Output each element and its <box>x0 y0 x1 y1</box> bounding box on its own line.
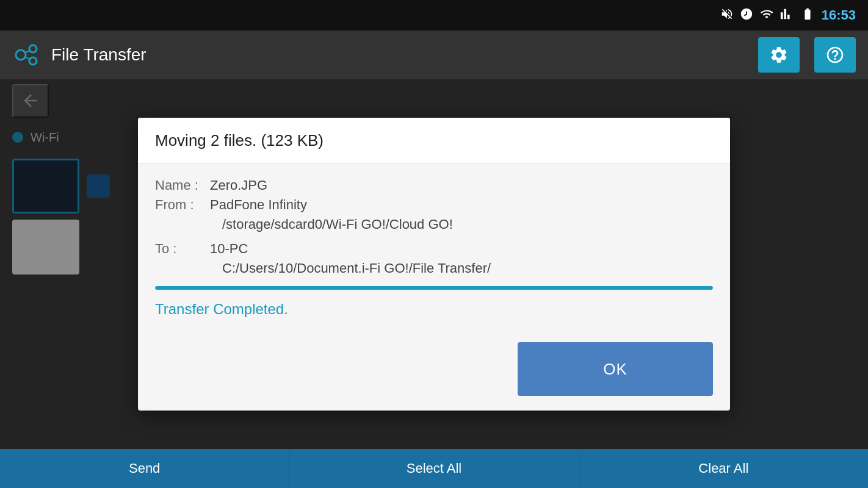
wifi-icon <box>759 7 774 24</box>
dialog-name-label: Name : <box>155 178 210 193</box>
app-logo-icon <box>12 40 42 70</box>
svg-point-0 <box>16 50 26 60</box>
status-icons: 16:53 <box>720 7 856 24</box>
dialog-name-value: Zero.JPG <box>210 178 267 193</box>
dialog-progress-bar <box>155 286 713 290</box>
dialog-from-value: PadFone Infinity <box>210 197 307 213</box>
signal-icon <box>780 7 794 24</box>
status-bar: 16:53 <box>0 0 868 30</box>
transfer-dialog: Moving 2 files. (123 KB) Name : Zero.JPG… <box>138 118 730 411</box>
settings-button[interactable] <box>758 37 800 73</box>
dialog-name-row: Name : Zero.JPG <box>155 178 713 193</box>
dialog-to-path: C:/Users/10/Document.i-Fi GO!/File Trans… <box>222 260 713 276</box>
dialog-footer: OK <box>138 342 730 411</box>
dialog-to-label: To : <box>155 241 210 257</box>
app-title: File Transfer <box>51 45 743 65</box>
battery-icon <box>800 7 816 24</box>
help-button[interactable] <box>814 37 856 73</box>
dialog-overlay: Moving 2 files. (123 KB) Name : Zero.JPG… <box>0 79 868 449</box>
svg-point-1 <box>29 45 37 52</box>
mute-icon <box>720 7 734 24</box>
send-button[interactable]: Send <box>0 449 289 488</box>
clear-all-button[interactable]: Clear All <box>579 449 868 488</box>
svg-line-3 <box>26 51 30 52</box>
alarm-icon <box>740 7 753 24</box>
dialog-progress-fill <box>155 286 713 290</box>
dialog-status-text: Transfer Completed. <box>155 301 713 318</box>
app-bar: File Transfer <box>0 30 868 79</box>
dialog-body: Name : Zero.JPG From : PadFone Infinity … <box>138 164 730 342</box>
select-all-button[interactable]: Select All <box>289 449 579 488</box>
svg-line-4 <box>26 57 30 59</box>
main-content: Wi-Fi Moving 2 files. (123 KB) Name : <box>0 79 868 449</box>
dialog-title: Moving 2 files. (123 KB) <box>138 118 730 164</box>
dialog-from-row: From : PadFone Infinity <box>155 197 713 213</box>
svg-point-2 <box>29 57 37 65</box>
bottom-bar: Send Select All Clear All <box>0 449 868 488</box>
dialog-from-label: From : <box>155 197 210 213</box>
dialog-from-path: /storage/sdcard0/Wi-Fi GO!/Cloud GO! <box>222 217 713 232</box>
dialog-to-value: 10-PC <box>210 241 248 257</box>
ok-button[interactable]: OK <box>518 342 713 396</box>
dialog-to-row: To : 10-PC <box>155 241 713 257</box>
status-time: 16:53 <box>822 7 856 23</box>
